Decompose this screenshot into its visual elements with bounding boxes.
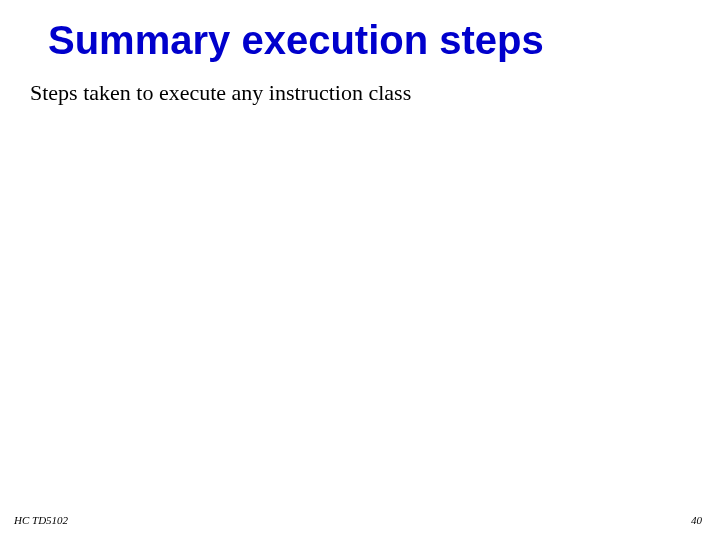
slide-title: Summary execution steps [48, 18, 544, 63]
page-number: 40 [691, 514, 702, 526]
footer-left: HC TD5102 [14, 514, 68, 526]
slide-container: Summary execution steps Steps taken to e… [0, 0, 720, 540]
slide-subtitle: Steps taken to execute any instruction c… [30, 80, 411, 106]
